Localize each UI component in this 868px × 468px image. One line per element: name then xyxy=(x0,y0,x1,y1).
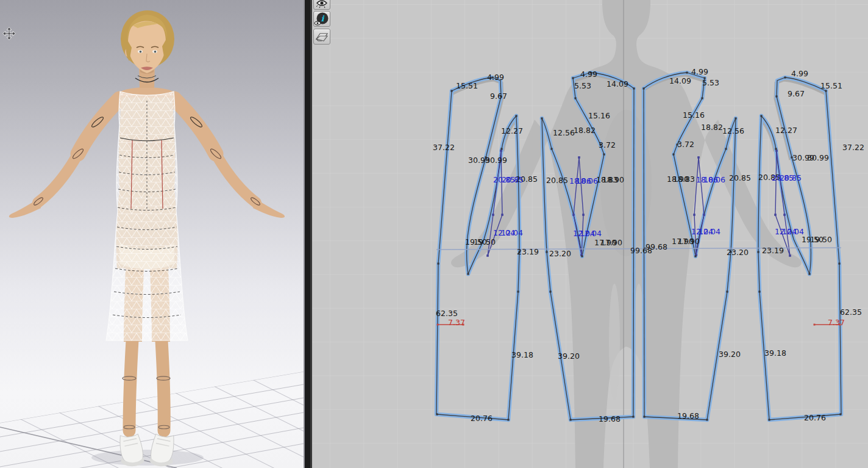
left-shoe xyxy=(118,433,144,468)
fabric-view-button[interactable] xyxy=(313,29,330,45)
garment-design-app: i 15.514.999.6737.2230.9930.9912.2720.85… xyxy=(0,0,868,468)
pattern-toolbar: i xyxy=(313,0,331,55)
pattern-canvas xyxy=(312,0,868,468)
avatar xyxy=(9,10,285,468)
move-tool-icon xyxy=(2,27,16,40)
left-arm xyxy=(9,99,119,218)
panel-divider[interactable] xyxy=(304,0,312,468)
eye-toggle-button[interactable] xyxy=(313,0,330,10)
right-shin xyxy=(162,340,164,431)
avatar-3d-scene xyxy=(0,0,304,468)
info-button[interactable]: i xyxy=(313,11,330,27)
right-arm xyxy=(174,99,285,218)
ground-shadow xyxy=(91,450,204,466)
info-icon: i xyxy=(314,12,330,26)
viewport-2d-pattern[interactable]: i xyxy=(312,0,868,468)
mesh-dress xyxy=(106,92,188,340)
fabric-icon xyxy=(314,29,330,44)
left-shin xyxy=(129,340,132,431)
right-shoe xyxy=(149,433,176,468)
head xyxy=(128,18,166,73)
eye-icon xyxy=(314,0,330,9)
viewport-3d[interactable] xyxy=(0,0,304,468)
hand xyxy=(9,199,41,218)
